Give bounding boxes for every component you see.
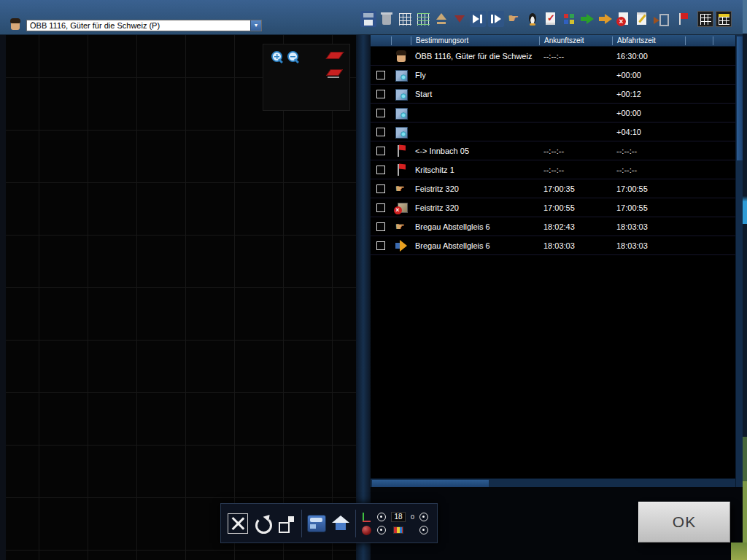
vertical-scrollbar-thumb[interactable] [737, 36, 743, 160]
command-icon [394, 125, 409, 139]
window-icon[interactable] [307, 515, 326, 532]
hand-pointer-icon[interactable] [506, 11, 522, 27]
red-tool-1-icon[interactable] [328, 49, 341, 62]
delete-x-icon[interactable] [616, 11, 632, 27]
panel-splitter[interactable] [356, 35, 371, 560]
keypad-yellow-icon[interactable] [716, 11, 732, 27]
command-icon [394, 68, 409, 82]
ok-button[interactable]: OK [638, 502, 730, 542]
map-view[interactable] [6, 35, 356, 560]
train-selector-dropdown[interactable]: ÖBB 1116, Güter für die Schweiz (P) ▼ [26, 20, 262, 31]
eject-icon[interactable] [433, 11, 449, 27]
table-row[interactable]: +00:00 [371, 104, 735, 122]
stop-hand-icon [394, 182, 409, 196]
left-edge-strip [0, 35, 6, 560]
row-checkbox[interactable] [376, 166, 385, 174]
table-row[interactable]: Bregau Abstellgleis 6 18:02:43 18:03:03 [371, 217, 735, 236]
table-row[interactable]: Kritschitz 1 --:--:-- --:--:-- [371, 160, 735, 179]
rotate-tool-icon[interactable] [253, 514, 272, 533]
horizontal-scrollbar[interactable] [371, 478, 735, 487]
import-icon[interactable] [652, 11, 668, 27]
arrival-cell: --:--:-- [539, 147, 612, 155]
destination-cell: Feistritz 320 [411, 184, 539, 193]
edit-list-icon[interactable] [634, 11, 650, 27]
row-checkbox[interactable] [376, 109, 385, 117]
destination-cell: Bregau Abstellgleis 6 [411, 241, 539, 250]
table-row[interactable]: +04:10 [371, 122, 735, 141]
axes-icon[interactable] [361, 512, 372, 523]
game-world-edge [743, 0, 747, 560]
keypad-icon[interactable] [697, 11, 713, 27]
radio-button[interactable] [419, 513, 428, 521]
departure-cell: 18:03:03 [612, 222, 685, 231]
departure-cell: +00:12 [612, 90, 685, 98]
save-icon[interactable] [360, 11, 376, 27]
radio-button[interactable] [377, 513, 386, 521]
radio-button[interactable] [419, 526, 428, 534]
skip-next-icon[interactable] [470, 11, 486, 27]
destination-cell: Feistritz 320 [411, 203, 539, 212]
color-squares-icon[interactable] [561, 11, 577, 27]
scale-tool-icon[interactable] [277, 514, 296, 533]
red-tool-2-icon[interactable] [328, 68, 341, 81]
driver-avatar-icon [8, 17, 23, 31]
schedule-rows: ÖBB 1116, Güter für die Schweiz --:--:--… [371, 47, 735, 255]
axis-value-label: 0 [411, 513, 414, 521]
checklist-icon[interactable] [543, 11, 559, 27]
departure-cell: +00:00 [612, 109, 685, 117]
arrival-cell: 18:02:43 [539, 222, 612, 231]
horizontal-scrollbar-thumb[interactable] [372, 480, 489, 487]
command-icon [394, 87, 409, 101]
rotation-step-field[interactable]: 18 [391, 512, 406, 522]
vertical-scrollbar[interactable] [735, 35, 743, 487]
row-checkbox[interactable] [376, 71, 385, 79]
table-row[interactable]: ÖBB 1116, Güter für die Schweiz --:--:--… [371, 47, 735, 66]
table-row[interactable]: <-> Innbach 05 --:--:-- --:--:-- [371, 141, 735, 160]
table-row[interactable]: Feistritz 320 17:00:35 17:00:55 [371, 179, 735, 198]
row-checkbox[interactable] [376, 184, 385, 193]
stop-hand-icon [394, 219, 409, 234]
table-row[interactable]: Bregau Abstellgleis 6 18:03:03 18:03:03 [371, 236, 735, 255]
row-checkbox[interactable] [376, 128, 385, 136]
row-checkbox[interactable] [376, 241, 385, 250]
arrival-cell: --:--:-- [539, 166, 612, 174]
header-departure[interactable]: Abfahrtszeit [612, 36, 685, 45]
table-row[interactable]: Start +00:12 [371, 85, 735, 104]
row-checkbox[interactable] [376, 222, 385, 231]
texture-mini-icon[interactable] [393, 526, 403, 534]
header-arrival[interactable]: Ankunftszeit [539, 36, 612, 45]
grid-green-icon[interactable] [415, 11, 431, 27]
table-row[interactable]: Fly +00:00 [371, 66, 735, 85]
sphere-icon[interactable] [362, 526, 371, 535]
table-row[interactable]: Feistritz 320 17:00:55 17:00:55 [371, 198, 735, 217]
add-green-arrow-icon[interactable] [579, 11, 595, 27]
row-checkbox[interactable] [376, 147, 385, 155]
down-chevron-icon[interactable] [452, 11, 468, 27]
red-flag-icon[interactable] [675, 11, 691, 27]
waypoint-flag-icon [394, 144, 409, 158]
schedule-header: Bestimmungsort Ankunftszeit Abfahrtszeit [371, 35, 735, 47]
departure-cell: +04:10 [612, 128, 685, 136]
arrival-cell: --:--:-- [539, 52, 612, 61]
game-world-corner [731, 542, 747, 560]
driver-avatar-icon [394, 49, 409, 63]
departure-cell: 16:30:00 [612, 52, 685, 61]
orange-arrow-icon[interactable] [597, 11, 614, 27]
trash-icon[interactable] [379, 11, 395, 27]
map-tool-panel [263, 44, 350, 111]
train-selector-value: ÖBB 1116, Güter für die Schweiz (P) [27, 21, 250, 30]
departure-cell: --:--:-- [612, 147, 685, 155]
row-checkbox[interactable] [376, 203, 385, 212]
chevron-down-icon[interactable]: ▼ [250, 20, 261, 31]
penguin-icon[interactable] [525, 11, 541, 27]
radio-button[interactable] [377, 526, 386, 534]
zoom-in-icon[interactable] [271, 50, 284, 63]
departure-cell: 18:03:03 [612, 241, 685, 250]
home-icon[interactable] [331, 514, 350, 533]
header-destination[interactable]: Bestimmungsort [411, 36, 539, 45]
grid-icon[interactable] [397, 11, 413, 27]
row-checkbox[interactable] [376, 90, 385, 98]
zoom-out-icon[interactable] [287, 50, 300, 63]
move-tool-icon[interactable] [228, 513, 248, 534]
skip-end-icon[interactable] [488, 11, 504, 27]
